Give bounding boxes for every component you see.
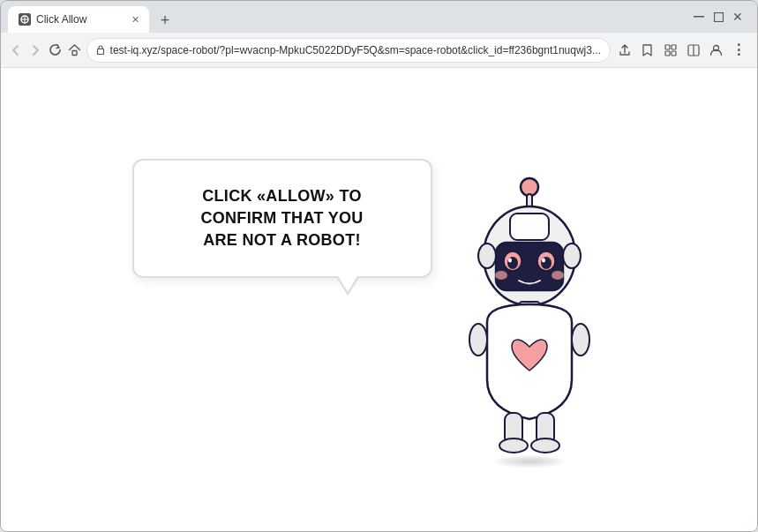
speech-bubble: CLICK «ALLOW» TO CONFIRM THAT YOU ARE NO…: [132, 159, 432, 279]
address-actions: ⋮: [614, 40, 750, 61]
lock-icon: [96, 44, 105, 56]
new-tab-button[interactable]: +: [153, 8, 177, 33]
url-text: test-iq.xyz/space-robot/?pl=wvacnp-MpkuC…: [110, 44, 601, 56]
svg-point-31: [572, 324, 589, 356]
toolbar: test-iq.xyz/space-robot/?pl=wvacnp-MpkuC…: [1, 33, 757, 68]
svg-rect-7: [665, 45, 670, 49]
svg-point-25: [495, 271, 507, 280]
tab-favicon: [19, 13, 31, 26]
browser-window: Click Allow ✕ + ✕: [0, 0, 758, 532]
profile-button[interactable]: [706, 40, 727, 61]
svg-point-29: [563, 244, 581, 268]
maximize-button[interactable]: [709, 8, 727, 26]
page-content: CLICK «ALLOW» TO CONFIRM THAT YOU ARE NO…: [1, 68, 757, 531]
back-button[interactable]: [8, 38, 24, 63]
address-bar[interactable]: test-iq.xyz/space-robot/?pl=wvacnp-MpkuC…: [86, 38, 611, 63]
menu-button[interactable]: ⋮: [729, 40, 750, 61]
split-view-button[interactable]: [683, 40, 704, 61]
speech-text: CLICK «ALLOW» TO CONFIRM THAT YOU ARE NO…: [166, 185, 399, 252]
extensions-button[interactable]: [660, 40, 681, 61]
svg-rect-4: [714, 12, 723, 21]
close-button[interactable]: ✕: [729, 8, 747, 26]
reload-button[interactable]: [47, 38, 63, 63]
tab-title: Click Allow: [36, 13, 123, 26]
home-button[interactable]: [66, 38, 82, 63]
robot-shadow: [494, 455, 565, 468]
svg-rect-3: [694, 16, 704, 18]
forward-button[interactable]: [27, 38, 43, 63]
svg-rect-8: [672, 45, 676, 49]
bookmark-button[interactable]: [637, 40, 658, 61]
minimize-button[interactable]: [690, 8, 708, 26]
svg-rect-6: [97, 49, 103, 54]
svg-point-24: [542, 258, 545, 262]
svg-point-26: [552, 271, 564, 280]
svg-point-21: [508, 258, 512, 262]
window-controls: ✕: [679, 8, 757, 26]
svg-point-30: [469, 324, 487, 356]
svg-rect-9: [665, 51, 670, 56]
tab-area: Click Allow ✕ +: [1, 1, 679, 33]
svg-point-35: [531, 438, 559, 453]
svg-rect-17: [510, 214, 549, 240]
title-bar: Click Allow ✕ + ✕: [1, 1, 757, 33]
tab-close-button[interactable]: ✕: [128, 12, 142, 26]
svg-rect-10: [672, 51, 676, 56]
robot-illustration: [441, 168, 618, 468]
share-button[interactable]: [614, 40, 635, 61]
svg-point-28: [478, 244, 496, 268]
active-tab[interactable]: Click Allow ✕: [8, 6, 149, 33]
svg-point-34: [499, 438, 528, 453]
svg-rect-5: [72, 51, 77, 56]
robot-scene: CLICK «ALLOW» TO CONFIRM THAT YOU ARE NO…: [115, 115, 644, 485]
